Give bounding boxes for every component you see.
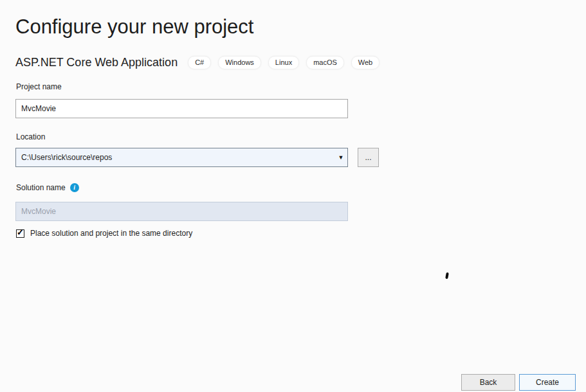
same-directory-row: ✓ Place solution and project in the same… [16,229,192,238]
tag-macos: macOS [306,56,344,69]
tag-windows: Windows [218,56,261,69]
same-directory-label: Place solution and project in the same d… [30,229,192,238]
configure-project-dialog: Configure your new project ASP.NET Core … [0,0,586,392]
checkmark-icon: ✓ [17,227,24,237]
page-title: Configure your new project [15,15,253,39]
browse-location-button[interactable]: ... [358,148,379,167]
stray-ink-mark [445,272,449,280]
chevron-down-icon[interactable]: ▼ [334,148,347,166]
solution-name-label-row: Solution name i [16,183,79,192]
project-name-input[interactable] [15,99,348,118]
tag-web: Web [351,56,380,69]
solution-name-input [15,202,348,221]
tag-csharp: C# [188,56,211,69]
location-combobox[interactable]: C:\Users\rick\source\repos ▼ [15,148,348,167]
project-name-label: Project name [16,82,62,91]
create-button[interactable]: Create [519,374,576,391]
tag-linux: Linux [268,56,299,69]
location-value: C:\Users\rick\source\repos [16,153,334,162]
solution-name-label: Solution name [16,183,66,192]
template-header: ASP.NET Core Web Application C# Windows … [15,55,380,70]
info-icon[interactable]: i [70,183,79,192]
same-directory-checkbox[interactable]: ✓ [16,229,24,238]
template-tags: C# Windows Linux macOS Web [188,56,380,69]
back-button[interactable]: Back [461,374,515,391]
template-name: ASP.NET Core Web Application [15,56,178,69]
location-label: Location [16,132,45,141]
